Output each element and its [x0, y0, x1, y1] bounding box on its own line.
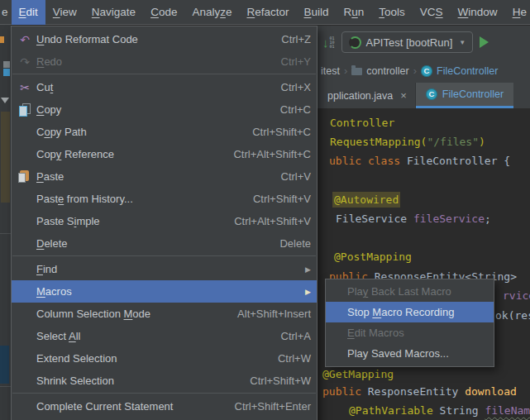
menu-item-paste-from-history[interactable]: Paste from History...Ctrl+Shift+V [12, 188, 317, 210]
divider [0, 233, 11, 234]
menu-item-stop-macro-recording[interactable]: Stop Macro Recording [326, 302, 494, 322]
ide-window: ↓ 011001 APITest [bootRun] ▼ itest › con… [0, 0, 530, 420]
menu-separator [12, 393, 316, 394]
shortcut-label: Ctrl+Alt+Shift+C [233, 148, 311, 160]
empty-icon [331, 326, 344, 341]
shortcut-label: Ctrl+Shift+C [252, 126, 311, 138]
menubar-item-refactor[interactable]: Refactor [239, 0, 296, 25]
menu-item-paste[interactable]: PasteCtrl+V [12, 165, 317, 188]
tree-selection-fragment [1, 112, 10, 203]
menubar-item-file-partial[interactable]: e [2, 6, 12, 18]
empty-icon [17, 307, 33, 322]
menu-item-delete[interactable]: DeleteDelete [12, 232, 317, 255]
menubar-item-build[interactable]: Build [296, 0, 336, 25]
menubar: e EditViewNavigateCodeAnalyzeRefactorBui… [0, 0, 530, 25]
code-line: Controller [330, 117, 394, 130]
code-line: @PostMapping [334, 251, 412, 264]
menubar-item-tools[interactable]: Tools [371, 0, 413, 25]
menu-item-shrink-selection[interactable]: Shrink SelectionCtrl+Shift+W [12, 370, 317, 392]
shortcut-label: Ctrl+Shift+V [253, 193, 311, 205]
menu-item-macros[interactable]: Macros▶ [12, 280, 317, 303]
shortcut-label: Ctrl+W [278, 352, 311, 365]
copy-icon [17, 103, 33, 117]
divider [0, 386, 11, 387]
menu-item-copy-path[interactable]: Copy PathCtrl+Shift+C [12, 121, 317, 143]
shortcut-label: Alt+Shift+Insert [237, 308, 311, 320]
expand-arrow-icon [1, 98, 9, 103]
empty-icon [17, 214, 33, 229]
empty-icon [17, 125, 33, 140]
menu-item-paste-simple[interactable]: Paste SimpleCtrl+Alt+Shift+V [12, 210, 317, 232]
macros-submenu-popup: Play Back Last MacroStop Macro Recording… [325, 279, 494, 367]
menu-item-play-back-last-macro: Play Back Last Macro [326, 281, 494, 302]
selection-fragment [0, 346, 9, 384]
empty-icon [17, 399, 33, 414]
menubar-item-edit[interactable]: Edit [12, 0, 45, 25]
menu-item-edit-macros: Edit Macros [326, 322, 494, 343]
menubar-items: EditViewNavigateCodeAnalyzeRefactorBuild… [12, 0, 530, 25]
code-line: RequestMapping("/files") [330, 136, 485, 149]
empty-icon [17, 351, 33, 366]
menubar-item-code[interactable]: Code [143, 0, 184, 25]
shortcut-label: Ctrl+Shift+Enter [235, 400, 312, 413]
empty-icon [17, 192, 33, 207]
code-line: @PathVariable String fileName [349, 404, 530, 418]
tool-window-icon [0, 36, 4, 43]
empty-icon [331, 346, 344, 361]
menu-item-undo-reformat-code[interactable]: ↶Undo Reformat CodeCtrl+Z [12, 28, 317, 50]
shortcut-label: Ctrl+X [281, 81, 311, 93]
empty-icon [17, 374, 33, 389]
empty-icon [17, 236, 33, 251]
empty-icon [331, 284, 344, 299]
menu-item-cut[interactable]: ✂CutCtrl+X [12, 76, 317, 98]
empty-icon [331, 305, 344, 320]
menu-item-select-all[interactable]: Select AllCtrl+A [12, 325, 317, 347]
shortcut-label: Ctrl+V [281, 170, 311, 183]
empty-icon [17, 262, 33, 277]
empty-icon [17, 284, 33, 299]
menu-item-find[interactable]: Find▶ [12, 258, 317, 280]
code-line: rvice [503, 289, 530, 303]
shortcut-label: Ctrl+Z [281, 33, 311, 45]
shortcut-label: Delete [279, 237, 311, 250]
empty-icon [17, 329, 33, 344]
shortcut-label: Ctrl+C [280, 103, 311, 116]
menu-separator [12, 74, 316, 74]
menu-item-copy[interactable]: CopyCtrl+C [12, 98, 317, 121]
menu-item-play-saved-macros[interactable]: Play Saved Macros... [326, 343, 494, 364]
shortcut-label: Ctrl+Y [281, 55, 311, 68]
menu-item-copy-reference[interactable]: Copy ReferenceCtrl+Alt+Shift+C [12, 143, 317, 165]
menubar-item-navigate[interactable]: Navigate [84, 0, 143, 25]
code-line: public ResponseEntity download [322, 385, 517, 399]
empty-icon [17, 147, 33, 162]
menubar-item-vcs[interactable]: VCS [413, 0, 451, 25]
shortcut-label: Ctrl+Shift+W [250, 375, 311, 387]
code-line: ublic class FileController { [329, 155, 510, 168]
menu-item-column-selection-mode[interactable]: Column Selection ModeAlt+Shift+Insert [12, 303, 317, 325]
edit-menu-popup: ↶Undo Reformat CodeCtrl+Z↷RedoCtrl+Y✂Cut… [11, 26, 318, 420]
menubar-item-run[interactable]: Run [337, 0, 372, 25]
file-icon [3, 69, 10, 76]
menu-item-redo: ↷RedoCtrl+Y [12, 50, 317, 73]
menu-separator [12, 255, 316, 256]
menubar-item-analyze[interactable]: Analyze [184, 0, 239, 25]
menubar-item-view[interactable]: View [45, 0, 84, 25]
redo-icon: ↷ [17, 55, 33, 69]
menubar-item-window[interactable]: Window [451, 0, 505, 25]
menubar-item-he[interactable]: He [505, 0, 530, 25]
undo-icon: ↶ [17, 32, 33, 47]
code-line: @Autowired [334, 193, 399, 207]
submenu-arrow-icon: ▶ [303, 265, 311, 274]
file-icon [3, 61, 10, 68]
code-line: ok(res [495, 309, 530, 322]
paste-icon [17, 169, 33, 184]
cut-icon: ✂ [17, 80, 33, 95]
background-left-strip [0, 25, 11, 420]
shortcut-label: Ctrl+A [281, 330, 311, 342]
shortcut-label: Ctrl+Alt+Shift+V [234, 215, 311, 227]
submenu-arrow-icon: ▶ [303, 288, 311, 296]
menu-item-complete-current-statement[interactable]: Complete Current StatementCtrl+Shift+Ent… [12, 395, 317, 418]
code-line: FileService fileService; [336, 212, 491, 226]
menu-item-extend-selection[interactable]: Extend SelectionCtrl+W [12, 347, 317, 370]
code-line: @GetMapping [322, 368, 394, 381]
